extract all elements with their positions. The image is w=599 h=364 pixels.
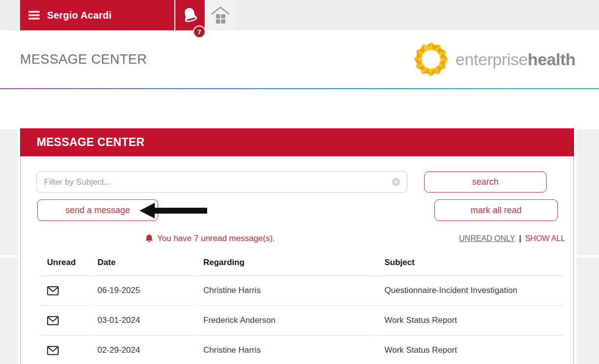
sunburst-icon <box>412 41 450 78</box>
top-bar: Sergio Acardi <box>0 0 599 30</box>
logo-text-bold: health <box>527 50 575 69</box>
show-all-link[interactable]: SHOW ALL <box>525 234 565 243</box>
bell-icon <box>182 6 198 24</box>
filter-field-wrap: ✕ <box>36 171 407 193</box>
section-banner: MESSAGE CENTER <box>20 128 574 156</box>
user-menu-button[interactable]: Sergio Acardi <box>20 0 174 30</box>
left-margin-strip <box>0 257 18 364</box>
view-filter-links: UNREAD ONLY | SHOW ALL <box>459 234 565 243</box>
status-row: You have 7 unread message(s). UNREAD ONL… <box>21 221 574 243</box>
unread-notice-text: You have 7 unread message(s). <box>157 234 275 243</box>
main-region: MESSAGE CENTER ✕ search send a message m… <box>0 128 599 364</box>
white-gap <box>0 89 599 126</box>
column-header-subject: Subject <box>377 251 564 276</box>
table-header-row: Unread Date Regarding Subject <box>40 251 564 276</box>
clear-filter-icon[interactable]: ✕ <box>392 178 400 186</box>
page-title: MESSAGE CENTER <box>20 52 147 67</box>
home-icon <box>210 5 231 25</box>
cell-subject: Work Status Report <box>377 336 564 364</box>
right-margin-strip <box>576 257 599 364</box>
cell-date: 02-29-2024 <box>90 336 193 364</box>
black-arrow-pointer <box>140 202 208 219</box>
cell-date: 06-19-2025 <box>90 276 193 306</box>
user-name: Sergio Acardi <box>47 10 112 21</box>
cell-regarding: Christine Harris <box>196 336 375 364</box>
mark-all-read-button[interactable]: mark all read <box>434 199 558 221</box>
column-header-regarding: Regarding <box>196 251 375 276</box>
filter-row: ✕ search <box>21 156 574 193</box>
cell-date: 03-01-2024 <box>90 306 193 336</box>
search-button[interactable]: search <box>424 171 547 193</box>
unread-only-link[interactable]: UNREAD ONLY <box>459 234 515 243</box>
table-row[interactable]: 06-19-2025 Christine Harris Questionnair… <box>40 276 564 306</box>
message-center-panel: ✕ search send a message mark all read <box>20 156 574 364</box>
messages-table: Unread Date Regarding Subject 06-19-2025… <box>37 251 566 364</box>
table-row[interactable]: 03-01-2024 Frederick Anderson Work Statu… <box>40 306 564 336</box>
cell-regarding: Frederick Anderson <box>196 306 375 336</box>
actions-row: send a message mark all read <box>21 193 574 221</box>
column-header-unread: Unread <box>40 251 88 276</box>
table-row[interactable]: 02-29-2024 Christine Harris Work Status … <box>40 336 564 364</box>
topbar-left-spacer <box>0 0 20 30</box>
cell-subject: Questionnaire-Incident Investigation <box>377 276 564 306</box>
hamburger-icon[interactable] <box>28 11 40 20</box>
logo-text: enterprisehealth <box>455 50 575 69</box>
home-button[interactable] <box>205 0 235 30</box>
column-header-date: Date <box>90 251 193 276</box>
link-separator: | <box>515 234 525 243</box>
left-margin-strip <box>0 129 18 255</box>
envelope-icon <box>47 346 59 355</box>
notification-count-badge: 7 <box>193 25 206 38</box>
content-column: MESSAGE CENTER ✕ search send a message m… <box>20 128 574 364</box>
subject-filter-input[interactable] <box>36 171 407 193</box>
envelope-icon <box>47 316 59 325</box>
cell-subject: Work Status Report <box>377 306 564 336</box>
enterprise-health-logo: enterprisehealth <box>412 41 575 78</box>
envelope-icon <box>47 286 59 295</box>
page-header: MESSAGE CENTER enterprisehealth <box>0 30 599 88</box>
cell-regarding: Christine Harris <box>196 276 375 306</box>
unread-notice: You have 7 unread message(s). <box>145 234 275 243</box>
alert-bell-icon <box>145 234 153 243</box>
logo-text-regular: enterprise <box>455 50 527 69</box>
right-margin-strip <box>576 129 599 255</box>
